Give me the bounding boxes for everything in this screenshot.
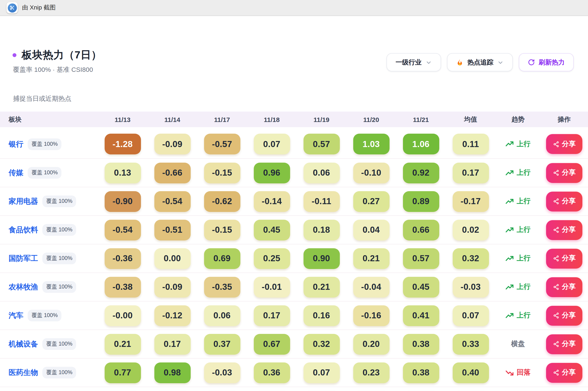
coverage-badge: 覆盖 100% [28, 138, 62, 150]
share-button[interactable]: 分享 [546, 277, 582, 297]
share-button[interactable]: 分享 [546, 363, 582, 383]
heat-cell: -0.10 [353, 162, 389, 183]
share-icon [553, 284, 559, 290]
trend-down-icon [505, 368, 514, 377]
heat-cell: 0.92 [403, 162, 439, 183]
trend-indicator: 上行 [496, 225, 540, 234]
table-row: 食品饮料覆盖 100%-0.54-0.51-0.150.450.180.040.… [0, 215, 588, 244]
col-header-date: 11/21 [396, 116, 446, 123]
coverage-badge: 覆盖 100% [42, 281, 76, 293]
industry-dropdown[interactable]: 一级行业 [387, 53, 441, 71]
heat-cell: -0.51 [154, 219, 190, 240]
xnip-watermark-bar: 由 Xnip 截图 [0, 0, 588, 16]
heat-cell: 0.07 [303, 362, 339, 383]
sector-link[interactable]: 机械设备 [9, 339, 38, 349]
heat-cell: 0.16 [303, 305, 339, 326]
share-button[interactable]: 分享 [546, 248, 582, 268]
share-icon [553, 341, 559, 347]
share-button-label: 分享 [562, 168, 576, 177]
heat-cell: 0.37 [204, 334, 240, 354]
heat-cell: 0.27 [353, 191, 389, 212]
heat-cell: 0.07 [452, 305, 489, 326]
app-window: 由 Xnip 截图 板块热力（7日） 覆盖率 100% · 基准 CSI800 … [0, 0, 588, 391]
trend-indicator: 上行 [496, 311, 540, 320]
heat-cell: -0.54 [154, 191, 190, 212]
heat-cell: -0.90 [104, 191, 141, 212]
heat-cell: -0.54 [104, 219, 141, 240]
share-button-label: 分享 [562, 311, 576, 320]
share-button[interactable]: 分享 [546, 134, 582, 154]
coverage-subtitle: 覆盖率 100% · 基准 CSI800 [13, 66, 93, 74]
heat-cell: 0.25 [253, 248, 290, 269]
table-row: 银行覆盖 100%-1.28-0.09-0.570.070.571.031.06… [0, 130, 588, 158]
table-row: 医药生物覆盖 100%0.770.98-0.030.360.070.230.38… [0, 358, 588, 387]
heat-cell: -0.09 [154, 134, 190, 154]
sector-link[interactable]: 农林牧渔 [9, 282, 38, 292]
heat-cell: 1.06 [403, 134, 439, 154]
coverage-badge: 覆盖 100% [42, 196, 76, 207]
heat-cell: -0.11 [303, 191, 339, 212]
sector-link[interactable]: 汽车 [9, 310, 23, 320]
trend-label: 回落 [517, 368, 530, 377]
trend-label: 上行 [517, 139, 530, 149]
share-button[interactable]: 分享 [546, 220, 582, 240]
industry-dropdown-label: 一级行业 [396, 58, 421, 66]
col-header-date: 11/17 [197, 116, 247, 123]
heat-cell: 0.23 [353, 362, 389, 383]
heat-cell: -0.15 [204, 219, 240, 240]
heat-cell: 0.21 [104, 334, 141, 354]
heat-cell: -0.09 [154, 277, 190, 297]
sector-link[interactable]: 食品饮料 [9, 225, 38, 235]
col-header-sector: 板块 [0, 115, 98, 123]
share-button-label: 分享 [562, 254, 576, 263]
heat-cell: -1.28 [104, 134, 141, 154]
heat-cell: 0.33 [452, 334, 489, 354]
refresh-button[interactable]: 刷新热力 [519, 53, 574, 71]
trend-up-icon [505, 311, 514, 320]
refresh-icon [528, 59, 535, 66]
toolbar: 一级行业 热点追踪 刷新热力 [387, 53, 574, 71]
heat-cell: 0.17 [154, 334, 190, 354]
heat-cell: -0.62 [204, 191, 240, 212]
heat-cell: -0.03 [204, 362, 240, 383]
sector-link[interactable]: 传媒 [9, 168, 23, 178]
share-icon [553, 227, 559, 233]
col-header-date: 11/18 [247, 116, 297, 123]
trend-indicator: 上行 [496, 139, 540, 149]
share-button[interactable]: 分享 [546, 334, 582, 354]
heat-cell: 0.17 [253, 305, 290, 326]
share-button-label: 分享 [562, 139, 576, 149]
trend-indicator: 上行 [496, 254, 540, 263]
share-icon [553, 312, 559, 319]
share-icon [553, 369, 559, 376]
trend-indicator: 上行 [496, 197, 540, 206]
heat-cell: 0.06 [204, 305, 240, 326]
heat-cell: 0.36 [253, 362, 290, 383]
heat-cell: -0.12 [154, 305, 190, 326]
heat-cell: 0.45 [253, 219, 290, 240]
heat-cell: 0.96 [253, 162, 290, 183]
sector-link[interactable]: 银行 [9, 139, 23, 149]
coverage-badge: 覆盖 100% [42, 224, 76, 236]
table-row: 国防军工覆盖 100%-0.360.000.690.250.900.210.57… [0, 244, 588, 273]
sector-link[interactable]: 家用电器 [9, 196, 38, 206]
heat-cell: 0.69 [204, 248, 240, 269]
col-header-trend: 趋势 [496, 115, 540, 123]
trend-up-icon [505, 283, 514, 291]
refresh-button-label: 刷新热力 [539, 58, 565, 66]
sector-link[interactable]: 医药生物 [9, 368, 38, 378]
hotspot-dropdown-label: 热点追踪 [467, 58, 493, 66]
share-button[interactable]: 分享 [546, 192, 582, 211]
trend-label: 上行 [517, 197, 530, 206]
table-header: 板块 11/13 11/14 11/17 11/18 11/19 11/20 1… [0, 112, 588, 127]
heat-cell: -0.14 [253, 191, 290, 212]
hotspot-dropdown[interactable]: 热点追踪 [447, 53, 513, 71]
coverage-badge: 覆盖 100% [42, 338, 76, 350]
heat-cell: 0.90 [303, 248, 339, 269]
share-button[interactable]: 分享 [546, 305, 582, 325]
sector-heat-panel: 板块热力（7日） 覆盖率 100% · 基准 CSI800 捕捉当日或近期热点 … [0, 16, 588, 391]
share-button[interactable]: 分享 [546, 163, 582, 183]
heat-cell: -0.38 [104, 277, 141, 297]
trend-up-icon [505, 197, 514, 206]
sector-link[interactable]: 国防军工 [9, 253, 38, 263]
